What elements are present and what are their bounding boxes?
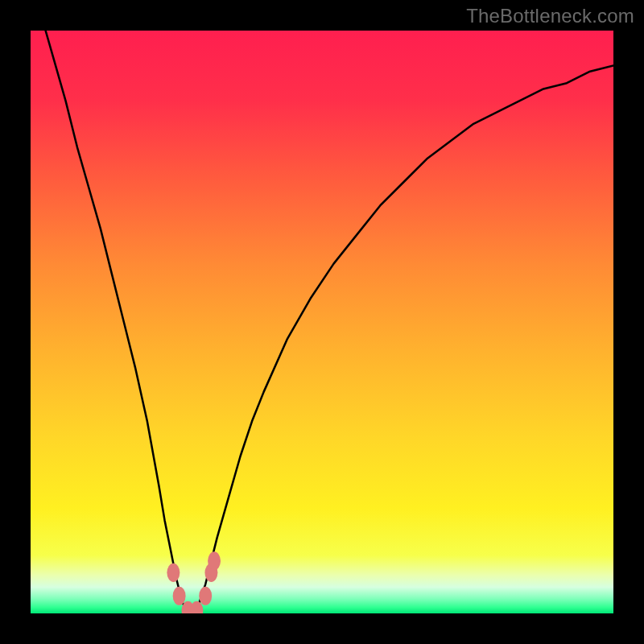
curve-marker — [167, 564, 180, 582]
curve-layer — [31, 31, 613, 613]
bottleneck-curve — [31, 31, 613, 613]
chart-frame: TheBottleneck.com — [0, 0, 644, 644]
watermark-text: TheBottleneck.com — [466, 5, 634, 27]
plot-area — [31, 31, 613, 613]
curve-marker — [199, 587, 212, 605]
curve-marker — [173, 587, 186, 605]
curve-marker — [208, 551, 221, 570]
curve-marker — [190, 601, 203, 613]
curve-markers — [167, 551, 221, 613]
